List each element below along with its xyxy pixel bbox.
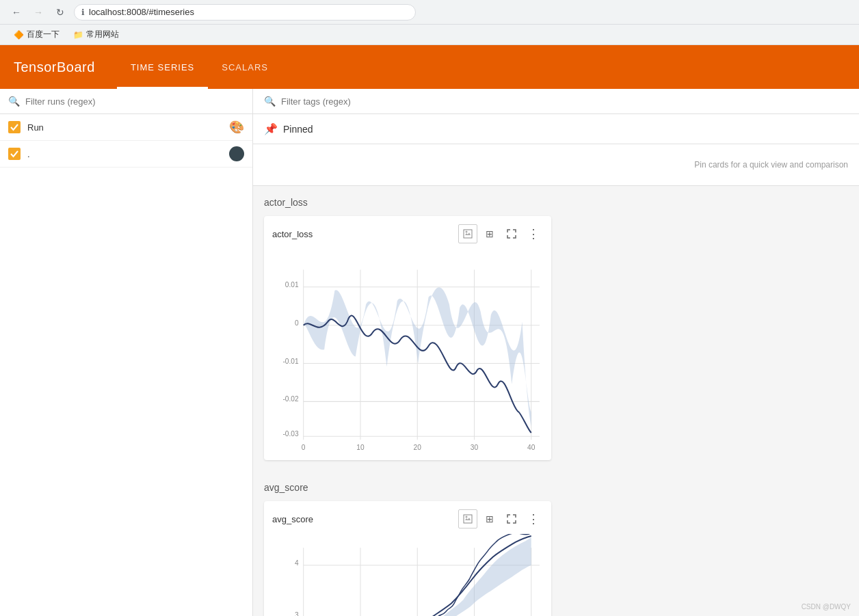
pinned-section: 📌 Pinned Pin cards for a quick view and … [253, 114, 859, 186]
svg-text:0: 0 [295, 319, 299, 327]
chart-svg-avg-score: 4 3 [272, 534, 543, 616]
pin-card-button-avg-score[interactable]: ⊞ [480, 509, 499, 528]
main-layout: 🔍 Run 🎨 . 🔍 [0, 89, 859, 616]
filter-runs-input[interactable] [25, 96, 244, 107]
svg-text:3: 3 [295, 611, 299, 616]
baidu-icon: 🔶 [14, 30, 24, 40]
refresh-button[interactable]: ↻ [52, 4, 68, 21]
svg-text:40: 40 [527, 444, 536, 450]
search-tags-icon: 🔍 [264, 96, 276, 107]
watermark: CSDN @DWQY [802, 603, 851, 611]
more-options-button-actor-loss[interactable]: ⋮ [524, 224, 543, 243]
folder-icon: 📁 [73, 30, 83, 40]
url-text: localhost:8008/#timeseries [89, 7, 194, 17]
expand-button-actor-loss[interactable] [502, 224, 521, 243]
content-area: 🔍 📌 Pinned Pin cards for a quick view an… [253, 89, 859, 616]
info-icon: ℹ [81, 8, 85, 17]
svg-text:-0.01: -0.01 [282, 358, 298, 365]
section-title-avg-score: avg_score [264, 482, 848, 493]
run-checkbox-dot[interactable] [8, 148, 21, 160]
tags-filter-container: 🔍 [253, 89, 859, 114]
run-color-palette[interactable]: 🎨 [229, 120, 244, 135]
run-color-dark[interactable] [229, 146, 244, 161]
pin-card-button-actor-loss[interactable]: ⊞ [480, 224, 499, 243]
chart-svg-actor-loss: 0.01 0 -0.01 -0.02 -0.03 [272, 249, 543, 452]
browser-bar: ← → ↻ ℹ localhost:8008/#timeseries [0, 0, 859, 25]
nav-time-series[interactable]: TIME SERIES [117, 45, 208, 89]
forward-button[interactable]: → [30, 4, 47, 21]
svg-text:-0.03: -0.03 [282, 430, 298, 438]
bookmark-common-label: 常用网站 [86, 29, 119, 40]
svg-text:0.01: 0.01 [285, 281, 299, 289]
bookmark-baidu[interactable]: 🔶 百度一下 [8, 27, 65, 42]
more-options-button-avg-score[interactable]: ⋮ [524, 509, 543, 528]
image-download-button-actor-loss[interactable] [458, 224, 477, 243]
chart-card-header-actor-loss: actor_loss ⊞ ⋮ [272, 224, 543, 243]
svg-point-1 [466, 231, 468, 233]
pinned-title: Pinned [283, 124, 313, 135]
bookmark-baidu-label: 百度一下 [27, 29, 60, 40]
expand-button-avg-score[interactable] [502, 509, 521, 528]
chart-toolbar-avg-score: ⊞ ⋮ [458, 509, 543, 528]
back-button[interactable]: ← [8, 4, 25, 21]
svg-rect-22 [464, 515, 472, 523]
svg-text:-0.02: -0.02 [282, 395, 298, 403]
bookmark-common[interactable]: 📁 常用网站 [68, 27, 124, 42]
svg-point-23 [466, 516, 468, 518]
pinned-header: 📌 Pinned [253, 114, 859, 144]
run-item-run: Run 🎨 [0, 114, 252, 141]
pinned-empty-message: Pin cards for a quick view and compariso… [253, 144, 859, 185]
main-nav: TIME SERIES SCALARS [117, 45, 282, 89]
sidebar: 🔍 Run 🎨 . [0, 89, 253, 616]
chart-card-avg-score: avg_score ⊞ ⋮ [264, 501, 551, 616]
bookmarks-bar: 🔶 百度一下 📁 常用网站 [0, 25, 859, 45]
svg-text:4: 4 [295, 559, 299, 567]
search-runs-icon: 🔍 [8, 96, 20, 107]
run-item-dot: . [0, 141, 252, 168]
chart-card-actor-loss: actor_loss ⊞ ⋮ [264, 216, 551, 460]
chart-toolbar-actor-loss: ⊞ ⋮ [458, 224, 543, 243]
filter-tags-input[interactable] [281, 96, 848, 107]
chart-title-actor-loss: actor_loss [272, 229, 458, 239]
chart-card-header-avg-score: avg_score ⊞ ⋮ [272, 509, 543, 528]
filter-runs-container: 🔍 [0, 89, 252, 114]
svg-text:30: 30 [471, 444, 479, 450]
section-actor-loss: actor_loss actor_loss ⊞ [253, 186, 859, 471]
address-bar[interactable]: ℹ localhost:8008/#timeseries [74, 4, 416, 21]
palette-icon: 🎨 [229, 120, 244, 135]
run-label-dot: . [27, 149, 229, 159]
chart-title-avg-score: avg_score [272, 514, 458, 524]
svg-rect-0 [464, 230, 472, 238]
svg-text:20: 20 [414, 444, 422, 450]
image-download-button-avg-score[interactable] [458, 509, 477, 528]
svg-text:0: 0 [302, 444, 306, 450]
section-title-actor-loss: actor_loss [264, 197, 848, 208]
section-avg-score: avg_score avg_score ⊞ [253, 471, 859, 616]
svg-text:10: 10 [356, 444, 365, 450]
pin-icon: 📌 [264, 122, 278, 135]
run-checkbox-run[interactable] [8, 121, 21, 133]
app-header: TensorBoard TIME SERIES SCALARS [0, 45, 859, 89]
run-label-run: Run [27, 122, 229, 133]
app-logo: TensorBoard [14, 59, 95, 75]
nav-scalars[interactable]: SCALARS [208, 45, 282, 89]
